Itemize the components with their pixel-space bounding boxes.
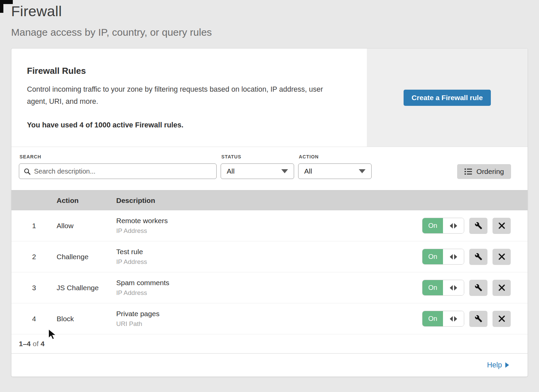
- page-header: Firewall Manage access by IP, country, o…: [0, 0, 539, 38]
- rule-controls: On: [422, 249, 528, 265]
- action-filter-group: ACTION All: [298, 154, 372, 179]
- wrench-icon: [475, 222, 482, 230]
- pagination-row: 1–4 of 4: [11, 334, 528, 354]
- search-label: SEARCH: [20, 154, 217, 159]
- rule-action: Challenge: [57, 253, 116, 261]
- card-footer: Help: [11, 354, 528, 376]
- search-filter-group: SEARCH: [19, 154, 217, 179]
- table-header: Action Description: [11, 190, 528, 210]
- rule-enabled-toggle[interactable]: On: [422, 311, 464, 327]
- help-link-label: Help: [487, 361, 502, 369]
- toggle-on-label: On: [422, 280, 443, 295]
- overview-section: Firewall Rules Control incoming traffic …: [11, 49, 528, 147]
- table-row: 2 Challenge Test rule IP Address On: [11, 241, 528, 272]
- rule-match-type: IP Address: [116, 289, 422, 297]
- rule-title: Private pages: [116, 310, 422, 318]
- edit-rule-button[interactable]: [469, 249, 487, 265]
- description-column-header: Description: [116, 197, 528, 205]
- edit-rule-button[interactable]: [469, 280, 487, 296]
- rule-action: Allow: [57, 222, 116, 230]
- help-link[interactable]: Help: [487, 361, 509, 369]
- delete-rule-button[interactable]: [493, 311, 511, 327]
- rule-priority: 3: [11, 284, 57, 292]
- page-subtitle: Manage access by IP, country, or query r…: [11, 27, 539, 38]
- rules-heading: Firewall Rules: [27, 66, 343, 76]
- ordering-button[interactable]: Ordering: [457, 164, 511, 179]
- rule-priority: 2: [11, 253, 57, 261]
- status-filter-group: STATUS All: [221, 154, 294, 179]
- rule-description: Private pages URI Path: [116, 310, 422, 328]
- rule-action: JS Challenge: [57, 284, 116, 292]
- screen-corner-artifact: [0, 0, 3, 13]
- x-icon: [498, 315, 505, 322]
- rule-title: Test rule: [116, 248, 422, 256]
- wrench-icon: [475, 253, 482, 261]
- rule-controls: On: [422, 311, 528, 327]
- rules-description: Control incoming traffic to your zone by…: [27, 83, 343, 108]
- search-input[interactable]: [34, 168, 212, 175]
- rule-description: Spam comments IP Address: [116, 279, 422, 297]
- delete-rule-button[interactable]: [493, 218, 511, 234]
- ordering-button-label: Ordering: [476, 168, 504, 176]
- x-icon: [498, 253, 505, 260]
- toggle-on-label: On: [422, 218, 443, 233]
- filters-bar: SEARCH STATUS All ACTION All: [11, 147, 528, 190]
- action-select[interactable]: All: [298, 163, 372, 179]
- firewall-card: Firewall Rules Control incoming traffic …: [11, 48, 528, 377]
- toggle-on-label: On: [422, 311, 443, 326]
- create-rule-panel: Create a Firewall rule: [367, 49, 528, 147]
- rule-title: Spam comments: [116, 279, 422, 287]
- left-right-triangles-icon: [443, 311, 464, 326]
- rule-enabled-toggle[interactable]: On: [422, 280, 464, 296]
- action-column-header: Action: [57, 197, 116, 205]
- rule-match-type: IP Address: [116, 227, 422, 235]
- rule-enabled-toggle[interactable]: On: [422, 218, 464, 234]
- rule-priority: 4: [11, 315, 57, 323]
- table-row: 1 Allow Remote workers IP Address On: [11, 210, 528, 241]
- rule-title: Remote workers: [116, 217, 422, 225]
- wrench-icon: [475, 284, 482, 292]
- edit-rule-button[interactable]: [469, 311, 487, 327]
- table-row: 3 JS Challenge Spam comments IP Address …: [11, 272, 528, 303]
- caret-down-icon: [281, 169, 288, 173]
- edit-rule-button[interactable]: [469, 218, 487, 234]
- pagination-total: 4: [41, 340, 45, 348]
- left-right-triangles-icon: [443, 218, 464, 233]
- rule-description: Test rule IP Address: [116, 248, 422, 266]
- table-row: 4 Block Private pages URI Path On: [11, 303, 528, 334]
- search-icon: [24, 168, 31, 175]
- x-icon: [498, 222, 505, 229]
- rule-match-type: IP Address: [116, 258, 422, 266]
- action-label: ACTION: [299, 154, 372, 159]
- toggle-on-label: On: [422, 249, 443, 264]
- left-right-triangles-icon: [443, 280, 464, 295]
- rules-usage: You have used 4 of 1000 active Firewall …: [27, 121, 343, 129]
- delete-rule-button[interactable]: [493, 280, 511, 296]
- create-firewall-rule-button[interactable]: Create a Firewall rule: [404, 90, 491, 106]
- caret-right-icon: [505, 362, 509, 368]
- caret-down-icon: [359, 169, 366, 173]
- bulleted-list-icon: [464, 168, 472, 175]
- action-select-value: All: [304, 167, 312, 175]
- left-right-triangles-icon: [443, 249, 464, 264]
- pagination-of-label: of: [33, 340, 39, 348]
- rule-controls: On: [422, 218, 528, 234]
- wrench-icon: [475, 315, 482, 323]
- rule-enabled-toggle[interactable]: On: [422, 249, 464, 265]
- rule-priority: 1: [11, 222, 57, 230]
- status-select[interactable]: All: [221, 163, 294, 179]
- status-label: STATUS: [221, 154, 294, 159]
- overview-text: Firewall Rules Control incoming traffic …: [11, 49, 367, 147]
- status-select-value: All: [227, 167, 234, 175]
- page-title: Firewall: [11, 3, 539, 20]
- rule-description: Remote workers IP Address: [116, 217, 422, 235]
- rule-action: Block: [57, 315, 116, 323]
- pagination-range: 1–4: [19, 340, 31, 348]
- rule-controls: On: [422, 280, 528, 296]
- rule-match-type: URI Path: [116, 320, 422, 328]
- search-box[interactable]: [19, 163, 217, 179]
- delete-rule-button[interactable]: [493, 249, 511, 265]
- x-icon: [498, 284, 505, 291]
